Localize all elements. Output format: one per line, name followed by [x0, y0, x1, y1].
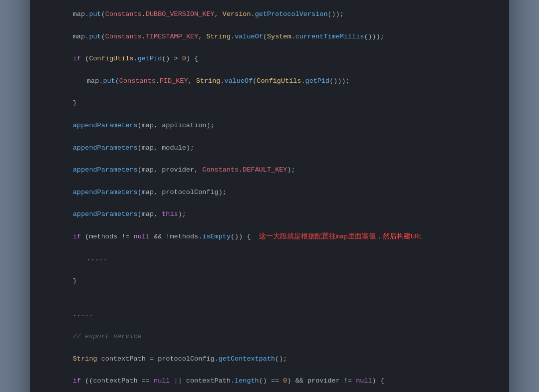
- annotation-text: 这一大段就是根据配置往map里面塞值，然后构建URL: [259, 233, 423, 240]
- code-editor: private void doExportUrlsFor1Protocol(Pr…: [30, 0, 509, 392]
- editor-window: private void doExportUrlsFor1Protocol(Pr…: [30, 0, 509, 392]
